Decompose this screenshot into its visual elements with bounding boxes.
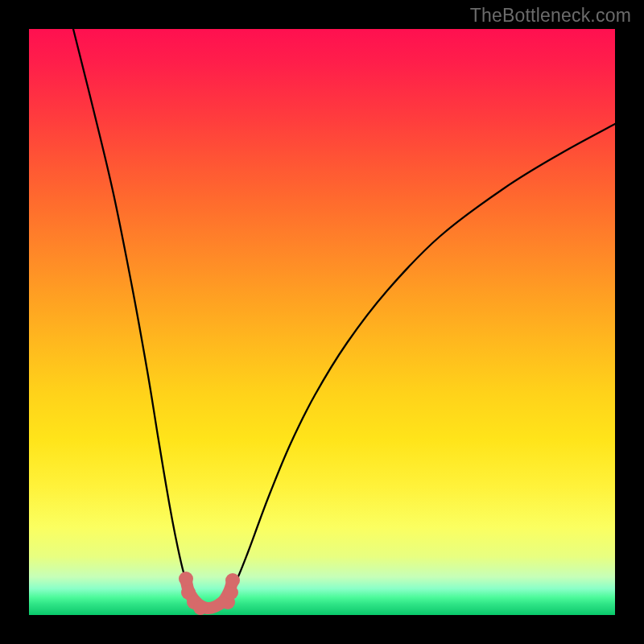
min-marker-dot (225, 573, 240, 588)
min-marker-dot (179, 572, 193, 586)
right-curve (222, 124, 615, 608)
left-curve (73, 29, 198, 608)
min-marker-dot (193, 601, 208, 615)
chart-frame (29, 29, 615, 615)
curve-layer (29, 29, 615, 615)
watermark-text: TheBottleneck.com (470, 5, 631, 27)
